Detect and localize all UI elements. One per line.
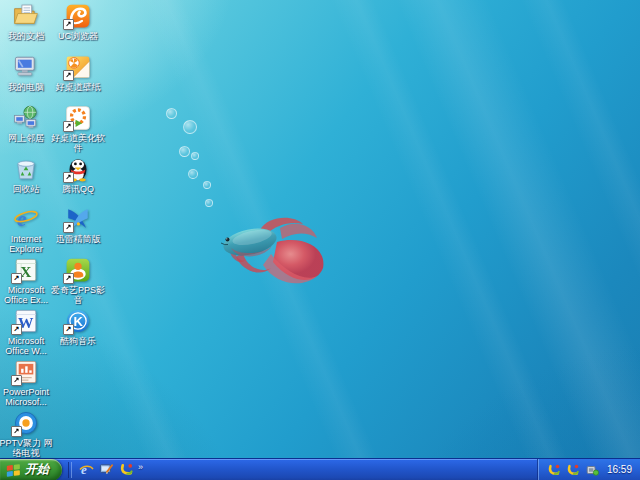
betta-fish [205,208,340,293]
icon-label: PPTV聚力 网络电视 [0,438,54,458]
pptv-icon: ↗ [13,410,39,436]
qq-penguin-icon: ↗ [65,156,91,182]
desktop-icon-my-computer[interactable]: 我的电脑 [0,54,54,92]
desktop-icon-xunlei[interactable]: ↗ 迅雷精简版 [50,206,106,244]
shortcut-arrow-badge: ↗ [63,273,74,284]
desktop-icon-haozhuodao-beautify[interactable]: ↗ 好桌道美化软件 [50,105,106,153]
system-tray: 16:59 [537,459,640,480]
icon-label: 迅雷精简版 [56,234,101,244]
icon-label: 爱奇艺PPS影音 [50,285,106,305]
shortcut-arrow-badge: ↗ [63,172,74,183]
icon-label: 回收站 [13,184,40,194]
desktop-icon-recycle-bin[interactable]: 回收站 [0,156,54,194]
svg-text:e: e [17,207,26,231]
xunlei-bird-icon: ↗ [65,206,91,232]
shortcut-arrow-badge: ↗ [63,222,74,233]
bubble [203,181,211,189]
word-icon: W ↗ [13,308,39,334]
icon-label: PowerPoint Microsof... [0,387,54,407]
powerpoint-icon: ↗ [13,359,39,385]
network-places-icon [13,105,39,131]
icon-label: 酷狗音乐 [60,336,96,346]
desktop-icon-internet-explorer[interactable]: e Internet Explorer [0,206,54,254]
desktop-icon-qq[interactable]: ↗ 腾讯QQ [50,156,106,194]
icon-label: 腾讯QQ [62,184,94,194]
uc-browser-icon: ↗ [65,3,91,29]
tray-swoosh-icon-1[interactable] [547,462,562,477]
start-button[interactable]: 开始 [0,459,62,480]
shortcut-arrow-badge: ↗ [11,324,22,335]
svg-text:e: e [80,462,86,477]
haozhuodao-beautify-icon: ↗ [65,105,91,131]
icon-label: 网上邻居 [8,133,44,143]
desktop-icon-pps[interactable]: ↗ 爱奇艺PPS影音 [50,257,106,305]
desktop-icon-haozhuodao-wallpaper[interactable]: ↗ 好桌道壁纸 [50,54,106,92]
desktop-icon-kugou[interactable]: K ↗ 酷狗音乐 [50,308,106,346]
icon-label: 我的电脑 [8,82,44,92]
shortcut-arrow-badge: ↗ [63,121,74,132]
internet-explorer-icon: e [13,206,39,232]
quick-launch-media-swoosh[interactable] [118,462,134,478]
desktop-icon-my-documents[interactable]: 我的文档 [0,3,54,41]
taskbar: 开始 e » [0,458,640,480]
shortcut-arrow-badge: ↗ [11,426,22,437]
icon-label: 好桌道壁纸 [56,82,101,92]
shortcut-arrow-badge: ↗ [63,70,74,81]
haozhuodao-wallpaper-icon: ↗ [65,54,91,80]
bubble [166,108,177,119]
desktop-icon-uc-browser[interactable]: ↗ UC浏览器 [50,3,106,41]
tray-swoosh-icon-2[interactable] [566,462,581,477]
icon-label: Microsoft Office W... [0,336,54,356]
windows-flag-icon [6,463,21,477]
tray-device-icon[interactable] [585,462,600,477]
bubble [188,169,198,179]
bubble [183,120,197,134]
desktop-icon-network-places[interactable]: 网上邻居 [0,105,54,143]
shortcut-arrow-badge: ↗ [63,19,74,30]
quick-launch-show-desktop[interactable] [98,462,114,478]
bubble [179,146,190,157]
bubble [191,152,199,160]
my-computer-icon [13,54,39,80]
desktop-icon-word[interactable]: W ↗ Microsoft Office W... [0,308,54,356]
quick-launch-overflow-chevron[interactable]: » [138,462,143,472]
icon-label: Microsoft Office Ex... [0,285,54,305]
icon-label: Internet Explorer [0,234,54,254]
shortcut-arrow-badge: ↗ [11,273,22,284]
quick-launch-divider [68,462,72,478]
my-documents-icon [13,3,39,29]
svg-text:K: K [74,314,84,329]
desktop-icon-excel[interactable]: X ↗ Microsoft Office Ex... [0,257,54,305]
icon-label: 我的文档 [8,31,44,41]
kugou-music-icon: K ↗ [65,308,91,334]
pps-video-icon: ↗ [65,257,91,283]
shortcut-arrow-badge: ↗ [63,324,74,335]
shortcut-arrow-badge: ↗ [11,375,22,386]
bubble [205,199,213,207]
desktop-icon-powerpoint[interactable]: ↗ PowerPoint Microsof... [0,359,54,407]
icon-label: 好桌道美化软件 [50,133,106,153]
desktop-icon-pptv[interactable]: ↗ PPTV聚力 网络电视 [0,410,54,458]
icon-label: UC浏览器 [58,31,98,41]
excel-icon: X ↗ [13,257,39,283]
quick-launch-internet-explorer[interactable]: e [78,462,94,478]
start-button-label: 开始 [25,461,49,478]
recycle-bin-icon [13,156,39,182]
tray-clock[interactable]: 16:59 [607,464,632,475]
desktop: 我的文档 我的电脑 [0,0,640,480]
